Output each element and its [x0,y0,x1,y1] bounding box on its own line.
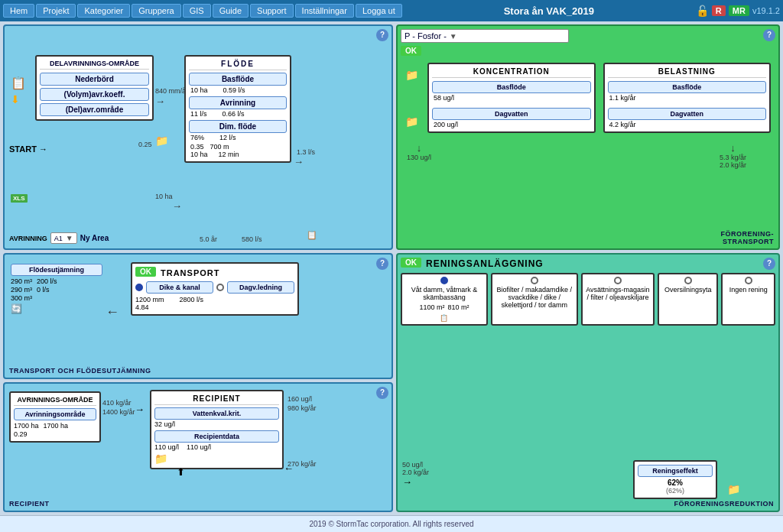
rening-section: ? OK Reningsanläggning Våt damm, våtmark… [396,253,780,512]
download-icon[interactable]: ⬇ [11,93,20,105]
belast-dagvatten-btn[interactable]: Dagvatten [608,108,767,120]
recipient-box: Recipient Vattenkval.krit. 32 ug/l Recip… [150,390,284,469]
delavr-omr-btn[interactable]: (Del)avr.område [40,103,149,116]
lock-icon[interactable]: 🔓 [696,5,709,17]
konc-basflode-btn[interactable]: Basflöde [432,81,591,93]
nederbord-btn[interactable]: Nederbörd [40,73,149,86]
opt5-label: Ingen rening [725,286,772,294]
flodeut-btn[interactable]: Flödesutjämning [11,264,102,276]
reningseffekt-btn[interactable]: Reningseffekt [638,465,713,477]
konc-dag-val: 200 ug/l [432,121,591,128]
recycle-icon[interactable]: 🔄 [11,303,102,314]
volym-btn[interactable]: (Volym)avr.koeff. [40,88,149,101]
avrinning-flow-btn[interactable]: Avrinning [189,96,287,109]
dagv-btn[interactable]: Dagv.ledning [227,281,294,294]
vattenk-btn[interactable]: Vattenkval.krit. [154,407,279,420]
transport-help[interactable]: ? [376,258,388,270]
fororenings-help[interactable]: ? [763,29,775,41]
nav-installningar[interactable]: Inställningar [295,4,354,18]
p-fosfor-arrow: ▼ [450,32,457,41]
xls-badge[interactable]: XLS [11,194,28,203]
upload-icon-recip[interactable]: ⬆ [177,466,185,478]
avr-v3: 0.29 [14,430,28,438]
rening-opt-3[interactable]: Avsättnings-magasin / filter / oljeavski… [581,273,655,326]
nav-gis[interactable]: GIS [183,4,211,18]
nav-kategorier[interactable]: Kategorier [77,4,130,18]
rening-section-label: Föroreningsreduktion [674,500,774,508]
dim-extra-vals2: 10 ha 12 min [189,151,287,158]
opt1-icon[interactable]: 📋 [404,314,484,322]
nav-logga-ut[interactable]: Logga ut [356,4,402,18]
nav-right-area: 🔓 R MR v19.1.2 [696,5,780,17]
flow-in-val2: 2.0 kg/år [402,469,429,476]
transport-val3: 4.84 [135,303,294,311]
opt4-radio[interactable] [684,277,692,284]
rening-opt-2[interactable]: Biofilter / makadamdike / svackdike / di… [491,273,578,326]
nav-gruppera[interactable]: Gruppera [132,4,180,18]
flow-in-val: 50 ug/l [402,461,429,469]
avr-flow2: 1400 kg/år [102,408,135,416]
vattenk-right1: 160 ug/l [288,395,312,403]
reningseffekt-folder[interactable]: 📁 [727,483,740,495]
opt1-v1: 1100 m² [419,303,444,311]
a1-dropdown[interactable]: A1 ▼ [50,232,77,244]
transport-radios: Dike & kanal Dagv.ledning [135,281,294,294]
opt1-radio[interactable] [440,277,448,284]
rening-opt-5[interactable]: Ingen rening [721,273,775,326]
flodeut-v2: 200 l/s [37,277,57,285]
p-fosfor-row: P - Fosfor - ▼ [401,29,775,43]
r-button[interactable]: R [712,5,726,16]
transport-section-label: Transport och flödesutjämning [9,367,151,375]
avrinning-help[interactable]: ? [376,29,388,41]
upload-icon[interactable]: 📋 [11,76,26,90]
belast-basflode-btn[interactable]: Basflöde [608,81,767,93]
folder-icon-volym[interactable]: 📁 [155,135,168,147]
konc-bas-val: 58 ug/l [432,94,591,102]
recipient-help[interactable]: ? [376,387,388,399]
dike-radio[interactable] [135,284,143,291]
opt3-radio[interactable] [614,277,622,284]
belast-total2: 2.0 kg/år [720,161,746,169]
flodeut-row3: 300 m³ [11,294,102,302]
flodeut-v3: 290 m³ [11,286,32,294]
folder-konc-dag[interactable]: 📁 [405,115,418,128]
nav-support[interactable]: Support [250,4,294,18]
recipdata-btn[interactable]: Recipientdata [154,430,279,443]
opt2-radio[interactable] [531,277,538,284]
opt5-radio[interactable] [745,277,752,284]
transport-header: OK Transport [135,267,294,279]
rening-options-row: Våt damm, våtmark & skämbassäng 1100 m² … [401,273,775,326]
flow-arrow-val: 1.3 l/s [297,148,315,156]
nederbord-val-label: 840 mm/år [155,87,188,95]
dike-btn[interactable]: Dike & kanal [146,281,213,294]
rening-opt-1[interactable]: Våt damm, våtmark & skämbassäng 1100 m² … [401,273,488,326]
nav-guide[interactable]: Guide [213,4,249,18]
belast-title: Belastning [608,67,767,78]
fororenings-ok: OK [401,46,421,56]
transport-box: OK Transport Dike & kanal Dagv.ledning 1… [131,262,299,316]
xls-icon[interactable]: XLS [11,193,28,202]
dim-flode-btn[interactable]: Dim. flöde [189,120,287,133]
avr-btn[interactable]: Avrinningsområde [14,408,96,420]
rening-help[interactable]: ? [763,258,775,270]
nav-hem[interactable]: Hem [3,4,34,18]
basflode-btn[interactable]: Basflöde [189,73,287,86]
dike-v1: 1200 mm [135,296,164,303]
dagv-radio[interactable] [216,284,224,291]
folder-konc-bas[interactable]: 📁 [405,69,418,81]
recipient-folder[interactable]: 📁 [154,453,279,465]
return-period: 5.0 år [200,235,217,243]
p-fosfor-dropdown[interactable]: P - Fosfor - ▼ [401,29,569,43]
nav-projekt[interactable]: Projekt [36,4,76,18]
mr-button[interactable]: MR [729,5,749,16]
konc-dagvatten-btn[interactable]: Dagvatten [432,108,591,120]
koeff-val-label: 0.25 [138,141,152,148]
left-panel: ? START → XLS 📋 ⬇ Delavrinnings-område N… [3,24,393,512]
doc-icon-bottom[interactable]: 📋 [307,230,317,240]
opt4-radio-container [661,277,714,284]
flow-right-arrow2: → [402,476,429,488]
dim-v4: 10 ha [190,151,208,158]
version-label: v19.1.2 [752,6,780,15]
avrinning-section: ? START → XLS 📋 ⬇ Delavrinnings-område N… [3,24,393,250]
rening-opt-4[interactable]: Oversilningsyta [658,273,718,326]
